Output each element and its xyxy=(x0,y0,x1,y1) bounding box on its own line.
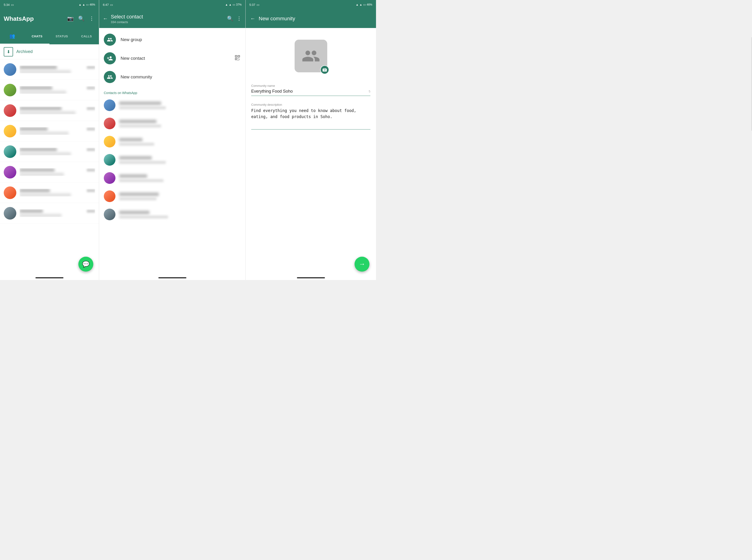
search-icon-2[interactable]: 🔍 xyxy=(227,16,233,22)
contacts-on-whatsapp-label: Contacts on WhatsApp xyxy=(99,89,245,96)
community-name-label: Community name xyxy=(251,84,370,87)
status-time-1: 5:34 ▭ xyxy=(4,3,14,6)
new-group-item[interactable]: New group xyxy=(99,30,245,49)
chat-msg-blur xyxy=(20,194,71,197)
archived-row[interactable]: ⬇ Archived xyxy=(0,44,99,59)
battery-icon-2: ▭ xyxy=(232,3,235,6)
contact-avatar xyxy=(104,191,116,202)
chat-item[interactable] xyxy=(0,59,99,80)
people-icon: 👥 xyxy=(9,33,15,39)
chat-item[interactable] xyxy=(0,141,99,162)
time-display-1: 5:34 xyxy=(4,3,9,6)
qr-code-icon[interactable] xyxy=(234,54,241,62)
contact-status-blur xyxy=(119,106,166,109)
new-group-label: New group xyxy=(121,37,142,42)
camera-badge[interactable] xyxy=(320,65,329,74)
contact-info xyxy=(119,211,241,218)
contact-item[interactable] xyxy=(99,114,245,133)
chat-name-row xyxy=(20,168,95,172)
avatar xyxy=(4,166,16,179)
more-options-icon-2[interactable]: ⋮ xyxy=(237,16,242,22)
contact-name-blur xyxy=(119,211,149,214)
nav-bar-line-2 xyxy=(158,277,186,278)
contact-status-blur xyxy=(119,143,154,146)
contact-info xyxy=(119,193,241,200)
chat-content xyxy=(20,148,95,155)
avatar xyxy=(4,84,16,96)
chat-item[interactable] xyxy=(0,121,99,141)
tab-status[interactable]: STATUS xyxy=(49,28,74,44)
contact-list xyxy=(99,96,245,275)
search-icon-1[interactable]: 🔍 xyxy=(77,15,85,23)
chat-time-blur xyxy=(87,148,95,151)
chat-item[interactable] xyxy=(0,80,99,100)
chat-content xyxy=(20,107,95,114)
tab-calls[interactable]: CALLS xyxy=(74,28,99,44)
status-time-2: 6:47 ▭ xyxy=(103,3,113,6)
contact-status-blur xyxy=(119,216,168,218)
community-name-input[interactable] xyxy=(251,89,367,94)
contact-item[interactable] xyxy=(99,96,245,114)
chat-item[interactable] xyxy=(0,203,99,223)
new-community-item[interactable]: New community xyxy=(99,68,245,86)
chat-name-blur xyxy=(20,209,43,213)
avatar xyxy=(4,207,16,220)
contact-item[interactable] xyxy=(99,169,245,187)
community-avatar-wrapper xyxy=(294,40,327,72)
contact-avatar xyxy=(104,118,116,129)
status-bar-3: 5:37 ▭ ▲ ▲ ▭ 46% xyxy=(246,0,376,9)
avatar-upload-area xyxy=(251,35,370,77)
nav-hint-1 xyxy=(0,275,99,280)
chat-time-blur xyxy=(87,128,95,131)
arrow-right-icon: → xyxy=(359,260,365,268)
contacts-header-icons: 🔍 ⋮ xyxy=(227,16,242,22)
status-bar-2: 6:47 ▭ ▲ ▲ ▭ 37% xyxy=(99,0,245,9)
contact-item[interactable] xyxy=(99,133,245,151)
archived-label: Archived xyxy=(16,49,33,54)
contact-item[interactable] xyxy=(99,205,245,223)
contact-info xyxy=(119,101,241,109)
wifi-icon-3: ▲ xyxy=(356,3,359,6)
contact-status-blur xyxy=(119,161,166,164)
chat-msg-blur xyxy=(20,173,64,176)
tab-chats-label: CHATS xyxy=(32,35,42,38)
contact-name-blur xyxy=(119,138,143,141)
contact-info xyxy=(119,138,241,146)
contact-avatar xyxy=(104,154,116,166)
next-fab[interactable]: → xyxy=(354,257,369,272)
status-time-3: 5:37 ▭ xyxy=(249,3,259,6)
new-contact-icon xyxy=(104,52,116,64)
new-chat-fab[interactable]: 💬 xyxy=(78,257,93,272)
contact-item[interactable] xyxy=(99,151,245,169)
screen-icon-3: ▭ xyxy=(257,3,259,6)
tab-chats[interactable]: CHATS xyxy=(25,28,49,44)
contact-name-blur xyxy=(119,101,161,105)
signal-icon-3: ▲ xyxy=(360,3,362,6)
panel-whatsapp-chats: 5:34 ▭ ▲ ▲ ▭ 46% WhatsApp 📷 🔍 ⋮ 👥 CHATS … xyxy=(0,0,99,280)
community-body: Community name 5 Community description F… xyxy=(246,28,376,280)
chat-msg-blur xyxy=(20,152,71,155)
new-contact-item[interactable]: New contact xyxy=(99,49,245,68)
chat-name-row xyxy=(20,127,95,131)
back-button-contacts[interactable]: ← xyxy=(103,16,108,22)
avatar xyxy=(4,125,16,137)
chat-name-blur xyxy=(20,107,62,111)
more-options-icon-1[interactable]: ⋮ xyxy=(88,15,95,23)
tab-people[interactable]: 👥 xyxy=(0,28,25,44)
signal-icon-1: ▲ xyxy=(82,3,85,6)
chat-msg-blur xyxy=(20,70,71,73)
chat-name-row xyxy=(20,148,95,152)
chat-item[interactable] xyxy=(0,182,99,203)
chat-item[interactable] xyxy=(0,162,99,182)
community-desc-input[interactable]: Find everything you need to know about f… xyxy=(251,108,370,126)
chat-content xyxy=(20,189,95,197)
app-title: WhatsApp xyxy=(4,15,63,22)
nav-hint-2 xyxy=(99,275,245,280)
chat-item[interactable] xyxy=(0,100,99,121)
contact-item[interactable] xyxy=(99,187,245,205)
chat-time-blur xyxy=(87,210,95,213)
camera-icon[interactable]: 📷 xyxy=(66,15,75,23)
new-group-icon xyxy=(104,34,116,46)
back-button-community[interactable]: ← xyxy=(250,16,256,22)
status-icons-1: ▲ ▲ ▭ 46% xyxy=(79,3,95,6)
